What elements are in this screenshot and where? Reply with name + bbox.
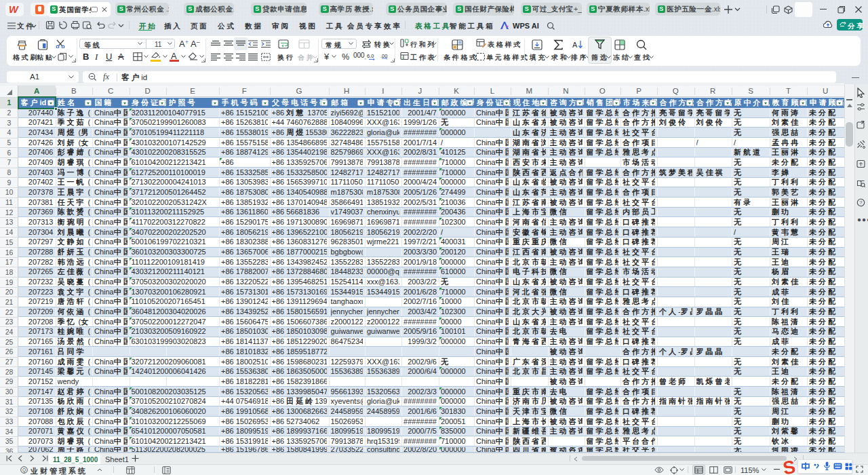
svg-text:Q: Q <box>22 468 26 473</box>
svg-text:A: A <box>572 41 578 49</box>
svg-text:6.0: 6.0 <box>367 53 374 59</box>
svg-text:?: ? <box>859 200 862 206</box>
